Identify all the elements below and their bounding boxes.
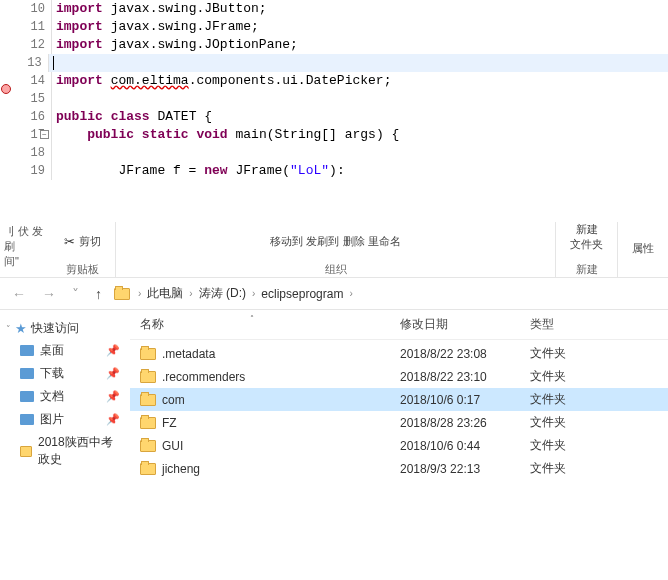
list-header[interactable]: 名称 ˄ 修改日期 类型: [130, 310, 668, 340]
chevron-right-icon: ›: [189, 288, 192, 299]
sidebar-item-label: 桌面: [40, 342, 64, 359]
ribbon: 刂 伏 发刷 间" ✂ 剪切 剪贴板 移动到 发刷到 删除 里命名 组织 新建 …: [0, 220, 668, 278]
code-content[interactable]: public static void main(String[] args) {: [52, 126, 399, 144]
file-date: 2018/8/28 23:26: [400, 416, 530, 430]
chevron-right-icon: ›: [349, 288, 352, 299]
line-number: 14: [14, 72, 52, 90]
breadcrumb-item[interactable]: eclipseprogram: [261, 287, 343, 301]
code-content[interactable]: JFrame f = new JFrame("LoL"):: [52, 162, 345, 180]
quick-access-label: 快速访问: [31, 320, 79, 337]
scissors-icon: ✂: [64, 234, 75, 249]
file-row[interactable]: com2018/10/6 0:17文件夹: [130, 388, 668, 411]
breadcrumb[interactable]: ›此电脑›涛涛 (D:)›eclipseprogram›: [138, 285, 353, 302]
chevron-down-icon: ˅: [6, 324, 11, 334]
code-line[interactable]: 17− public static void main(String[] arg…: [0, 126, 668, 144]
file-row[interactable]: GUI2018/10/6 0:44文件夹: [130, 434, 668, 457]
sidebar-item[interactable]: 文档📌: [6, 385, 124, 408]
nav-forward-icon[interactable]: →: [38, 286, 60, 302]
col-header-type[interactable]: 类型: [530, 316, 610, 333]
fold-icon[interactable]: −: [40, 130, 49, 139]
file-type: 文件夹: [530, 345, 610, 362]
organize-items[interactable]: 移动到 发刷到 删除 里命名: [270, 234, 400, 249]
folder-icon: [140, 348, 156, 360]
sidebar-quick-access[interactable]: ˅ ★ 快速访问: [6, 318, 124, 339]
sidebar-item-label: 文档: [40, 388, 64, 405]
folder-icon: [140, 417, 156, 429]
file-row[interactable]: FZ2018/8/28 23:26文件夹: [130, 411, 668, 434]
line-number: 19: [14, 162, 52, 180]
ribbon-left: 刂 伏 发刷 间": [0, 222, 50, 277]
line-number: 18: [14, 144, 52, 162]
file-type: 文件夹: [530, 368, 610, 385]
pin-icon: 📌: [106, 413, 120, 426]
pic-icon: [20, 414, 34, 425]
sidebar-item-label: 图片: [40, 411, 64, 428]
code-content[interactable]: import javax.swing.JButton;: [52, 0, 267, 18]
cut-button[interactable]: ✂ 剪切: [64, 234, 101, 249]
line-number: 10: [14, 0, 52, 18]
chevron-right-icon: ›: [138, 288, 141, 299]
breadcrumb-item[interactable]: 涛涛 (D:): [199, 285, 246, 302]
code-line[interactable]: 14import com.eltima.components.ui.DatePi…: [0, 72, 668, 90]
sidebar-item[interactable]: 下载📌: [6, 362, 124, 385]
code-line[interactable]: 19 JFrame f = new JFrame("LoL"):: [0, 162, 668, 180]
properties-button[interactable]: 属性: [632, 241, 654, 256]
sidebar-item-label: 下载: [40, 365, 64, 382]
file-list: 名称 ˄ 修改日期 类型 .metadata2018/8/22 23:08文件夹…: [130, 310, 668, 480]
new-label[interactable]: 新建: [576, 222, 598, 237]
star-icon: ★: [15, 321, 27, 336]
ribbon-text: 间": [4, 254, 46, 269]
code-line[interactable]: 13: [0, 54, 668, 72]
sort-caret-icon: ˄: [250, 314, 254, 323]
pin-icon: 📌: [106, 367, 120, 380]
folder-icon: [140, 394, 156, 406]
code-line[interactable]: 11import javax.swing.JFrame;: [0, 18, 668, 36]
col-header-date[interactable]: 修改日期: [400, 316, 530, 333]
nav-up-icon[interactable]: ↑: [91, 286, 106, 302]
file-date: 2018/8/22 23:08: [400, 347, 530, 361]
pin-icon: 📌: [106, 344, 120, 357]
file-explorer: 刂 伏 发刷 间" ✂ 剪切 剪贴板 移动到 发刷到 删除 里命名 组织 新建 …: [0, 220, 668, 480]
code-line[interactable]: 15: [0, 90, 668, 108]
code-content[interactable]: import com.eltima.components.ui.DatePick…: [52, 72, 391, 90]
code-content[interactable]: import javax.swing.JOptionPane;: [52, 36, 298, 54]
code-line[interactable]: 10import javax.swing.JButton;: [0, 0, 668, 18]
file-row[interactable]: .recommenders2018/8/22 23:10文件夹: [130, 365, 668, 388]
sidebar-item[interactable]: 图片📌: [6, 408, 124, 431]
ribbon-group-label: 组织: [325, 262, 347, 277]
ribbon-group-new: 新建 文件夹 新建: [556, 222, 618, 277]
code-line[interactable]: 16public class DATET {: [0, 108, 668, 126]
file-name: .recommenders: [162, 370, 245, 384]
code-content[interactable]: [49, 54, 668, 72]
folder-icon: [140, 371, 156, 383]
line-number: 15: [14, 90, 52, 108]
new-folder-label: 文件夹: [570, 237, 603, 252]
code-content[interactable]: import javax.swing.JFrame;: [52, 18, 259, 36]
file-type: 文件夹: [530, 391, 610, 408]
breadcrumb-bar: ← → ˅ ↑ ›此电脑›涛涛 (D:)›eclipseprogram›: [0, 278, 668, 310]
code-content[interactable]: public class DATET {: [52, 108, 212, 126]
nav-history-icon[interactable]: ˅: [68, 286, 83, 302]
doc-icon: [20, 391, 34, 402]
explorer-main: ˅ ★ 快速访问 桌面📌下载📌文档📌图片📌2018陕西中考政史 名称 ˄ 修改日…: [0, 310, 668, 480]
file-row[interactable]: .metadata2018/8/22 23:08文件夹: [130, 342, 668, 365]
sidebar-item[interactable]: 2018陕西中考政史: [6, 431, 124, 471]
col-header-name[interactable]: 名称 ˄: [130, 316, 400, 333]
ribbon-group-label: 新建: [576, 262, 598, 277]
text-cursor: [53, 56, 54, 70]
line-number: 11: [14, 18, 52, 36]
nav-back-icon[interactable]: ←: [8, 286, 30, 302]
breadcrumb-item[interactable]: 此电脑: [147, 285, 183, 302]
code-editor[interactable]: 10import javax.swing.JButton;11import ja…: [0, 0, 668, 180]
file-name: .metadata: [162, 347, 215, 361]
file-date: 2018/10/6 0:17: [400, 393, 530, 407]
code-line[interactable]: 12import javax.swing.JOptionPane;: [0, 36, 668, 54]
file-date: 2018/10/6 0:44: [400, 439, 530, 453]
file-row[interactable]: jicheng2018/9/3 22:13文件夹: [130, 457, 668, 480]
sidebar-item[interactable]: 桌面📌: [6, 339, 124, 362]
ribbon-group-clipboard: ✂ 剪切 剪贴板: [50, 222, 116, 277]
file-name: GUI: [162, 439, 183, 453]
code-line[interactable]: 18: [0, 144, 668, 162]
download-icon: [20, 368, 34, 379]
line-number: 12: [14, 36, 52, 54]
